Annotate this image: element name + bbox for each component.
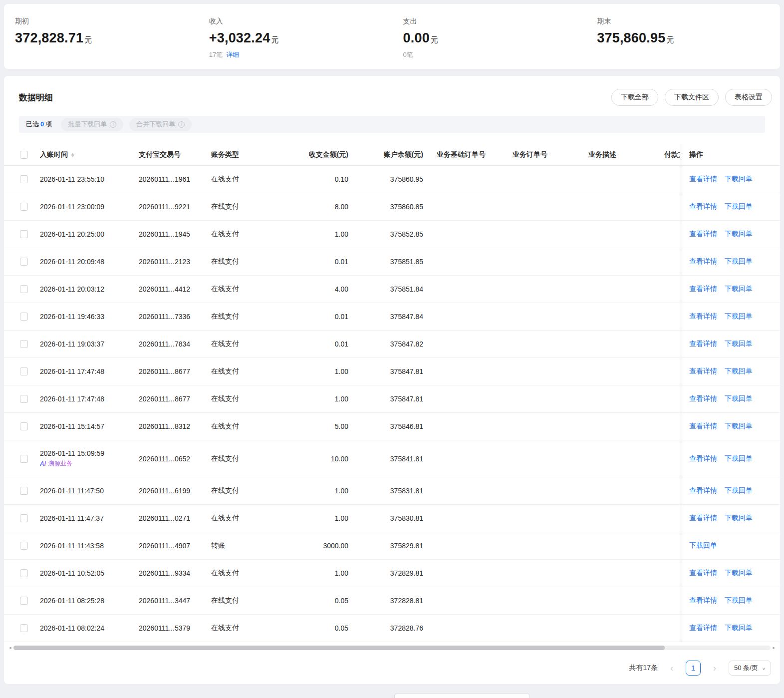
current-page-button[interactable]: 1 xyxy=(686,661,701,676)
balance-cell: 375851.84 xyxy=(348,285,423,293)
balance-cell: 375829.81 xyxy=(348,542,423,550)
row-checkbox[interactable] xyxy=(20,285,28,293)
balance-cell: 375846.81 xyxy=(348,422,423,430)
download-receipt-link[interactable]: 下载回单 xyxy=(725,257,753,266)
entry-time-cell: 2026-01-11 15:14:57 xyxy=(40,422,139,430)
row-checkbox[interactable] xyxy=(20,542,28,550)
view-detail-link[interactable]: 查看详情 xyxy=(689,454,717,463)
row-checkbox[interactable] xyxy=(20,422,28,430)
download-receipt-link[interactable]: 下载回单 xyxy=(725,367,753,376)
row-checkbox[interactable] xyxy=(20,203,28,211)
row-checkbox-cell xyxy=(4,203,40,211)
amount-cell: 1.00 xyxy=(278,487,348,495)
view-detail-link[interactable]: 查看详情 xyxy=(689,312,717,321)
account-type-cell: 在线支付 xyxy=(211,624,278,633)
actions-cell: 下载回单 xyxy=(680,532,780,559)
row-checkbox[interactable] xyxy=(20,455,28,463)
row-checkbox[interactable] xyxy=(20,313,28,321)
download-receipt-link[interactable]: 下载回单 xyxy=(725,394,753,403)
sort-icon[interactable]: ▲▼ xyxy=(71,152,74,157)
row-checkbox[interactable] xyxy=(20,569,28,577)
row-checkbox-cell xyxy=(4,230,40,238)
view-detail-link[interactable]: 查看详情 xyxy=(689,175,717,184)
view-detail-link[interactable]: 查看详情 xyxy=(689,514,717,523)
batch-download-button[interactable]: 批量下载回单 xyxy=(61,118,123,131)
trace-business-tag[interactable]: Ai溯源业务 xyxy=(40,459,139,468)
prev-page-button[interactable] xyxy=(665,661,679,675)
table-settings-button[interactable]: 表格设置 xyxy=(725,89,772,106)
download-all-button[interactable]: 下载全部 xyxy=(611,89,658,106)
download-receipt-link[interactable]: 下载回单 xyxy=(725,596,753,605)
transaction-id-cell: 20260111...8677 xyxy=(139,395,211,403)
amount-cell: 1.00 xyxy=(278,514,348,522)
row-checkbox[interactable] xyxy=(20,395,28,403)
view-detail-link[interactable]: 查看详情 xyxy=(689,422,717,431)
download-receipt-link[interactable]: 下载回单 xyxy=(725,230,753,239)
download-receipt-link[interactable]: 下载回单 xyxy=(725,624,753,633)
col-description: 业务描述 xyxy=(575,150,651,159)
amount-cell: 0.10 xyxy=(278,175,348,183)
transaction-id-cell: 20260111...9334 xyxy=(139,569,211,577)
select-all-checkbox[interactable] xyxy=(20,151,28,159)
merge-download-button[interactable]: 合并下载回单 xyxy=(129,118,192,131)
download-receipt-link[interactable]: 下载回单 xyxy=(725,569,753,578)
panel-header: 数据明细 下载全部 下载文件区 表格设置 xyxy=(4,76,780,106)
selection-toolbar: 已选0项 批量下载回单 合并下载回单 xyxy=(19,116,765,133)
view-detail-link[interactable]: 查看详情 xyxy=(689,486,717,495)
view-detail-link[interactable]: 查看详情 xyxy=(689,394,717,403)
col-entry-time[interactable]: 入账时间▲▼ xyxy=(40,150,139,159)
scrollbar-thumb[interactable] xyxy=(13,646,665,650)
row-checkbox[interactable] xyxy=(20,514,28,522)
download-receipt-link[interactable]: 下载回单 xyxy=(725,340,753,349)
account-type-cell: 在线支付 xyxy=(211,569,278,578)
account-type-cell: 在线支付 xyxy=(211,285,278,294)
download-receipt-link[interactable]: 下载回单 xyxy=(725,514,753,523)
scrollbar-track[interactable] xyxy=(13,646,771,650)
download-zone-button[interactable]: 下载文件区 xyxy=(665,89,719,106)
row-checkbox[interactable] xyxy=(20,597,28,605)
next-page-button[interactable] xyxy=(708,661,722,675)
income-value: +3,032.24元 xyxy=(209,30,392,46)
scroll-right-icon[interactable] xyxy=(773,646,775,650)
view-detail-link[interactable]: 查看详情 xyxy=(689,230,717,239)
income-detail-link[interactable]: 详细 xyxy=(226,51,239,58)
download-receipt-link[interactable]: 下载回单 xyxy=(725,422,753,431)
row-checkbox[interactable] xyxy=(20,624,28,632)
view-detail-link[interactable]: 查看详情 xyxy=(689,340,717,349)
download-receipt-link[interactable]: 下载回单 xyxy=(725,285,753,294)
view-detail-link[interactable]: 查看详情 xyxy=(689,285,717,294)
view-detail-link[interactable]: 查看详情 xyxy=(689,569,717,578)
entry-time-cell: 2026-01-11 11:47:37 xyxy=(40,514,139,522)
amount-cell: 1.00 xyxy=(278,367,348,375)
page-size-select[interactable]: 50 条/页 xyxy=(729,661,771,676)
row-checkbox[interactable] xyxy=(20,175,28,183)
row-checkbox-cell xyxy=(4,542,40,550)
download-receipt-link[interactable]: 下载回单 xyxy=(689,541,717,550)
row-checkbox-cell xyxy=(4,258,40,266)
row-checkbox[interactable] xyxy=(20,340,28,348)
view-detail-link[interactable]: 查看详情 xyxy=(689,596,717,605)
col-transaction-id: 支付宝交易号 xyxy=(139,150,211,159)
row-checkbox[interactable] xyxy=(20,230,28,238)
view-detail-link[interactable]: 查看详情 xyxy=(689,624,717,633)
download-receipt-link[interactable]: 下载回单 xyxy=(725,202,753,211)
row-checkbox[interactable] xyxy=(20,258,28,266)
download-receipt-link[interactable]: 下载回单 xyxy=(725,312,753,321)
download-receipt-link[interactable]: 下载回单 xyxy=(725,454,753,463)
actions-cell: 查看详情下载回单 xyxy=(680,413,780,440)
view-detail-link[interactable]: 查看详情 xyxy=(689,257,717,266)
table-row: 2026-01-11 11:47:3720260111...0271在线支付1.… xyxy=(4,505,780,532)
view-detail-link[interactable]: 查看详情 xyxy=(689,202,717,211)
amount-cell: 1.00 xyxy=(278,230,348,238)
entry-time-cell: 2026-01-11 20:03:12 xyxy=(40,285,139,293)
download-receipt-link[interactable]: 下载回单 xyxy=(725,175,753,184)
download-receipt-link[interactable]: 下载回单 xyxy=(725,486,753,495)
account-type-cell: 在线支付 xyxy=(211,175,278,184)
entry-time-cell: 2026-01-11 20:09:48 xyxy=(40,258,139,266)
row-checkbox[interactable] xyxy=(20,487,28,495)
view-detail-link[interactable]: 查看详情 xyxy=(689,367,717,376)
row-checkbox[interactable] xyxy=(20,367,28,375)
col-account-type: 账务类型 xyxy=(211,150,278,159)
scroll-left-icon[interactable] xyxy=(9,646,11,650)
amount-cell: 5.00 xyxy=(278,422,348,430)
